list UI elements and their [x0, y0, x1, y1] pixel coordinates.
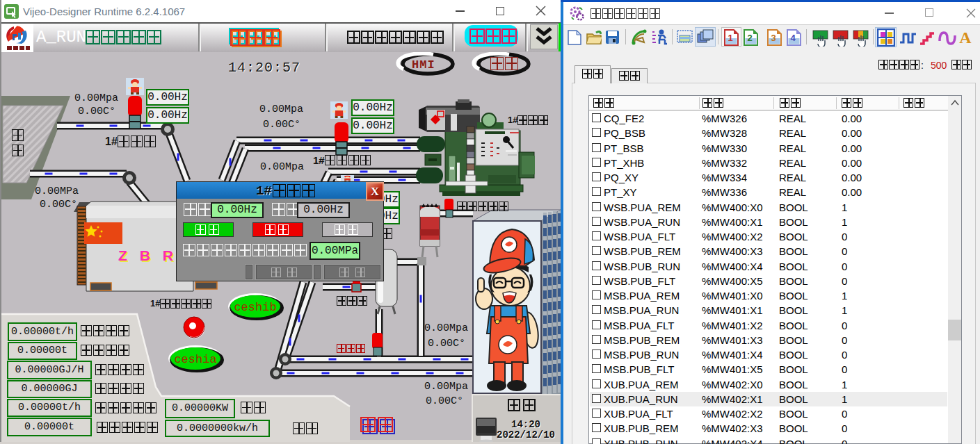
svg-text:A: A	[959, 30, 972, 45]
svg-text:ceshib: ceshib	[234, 301, 276, 314]
svg-text:2: 2	[747, 33, 752, 43]
svg-text:4: 4	[790, 33, 796, 43]
svg-text:1: 1	[728, 33, 732, 43]
svg-text:ceshia: ceshia	[174, 353, 216, 366]
svg-text:3: 3	[771, 33, 776, 43]
